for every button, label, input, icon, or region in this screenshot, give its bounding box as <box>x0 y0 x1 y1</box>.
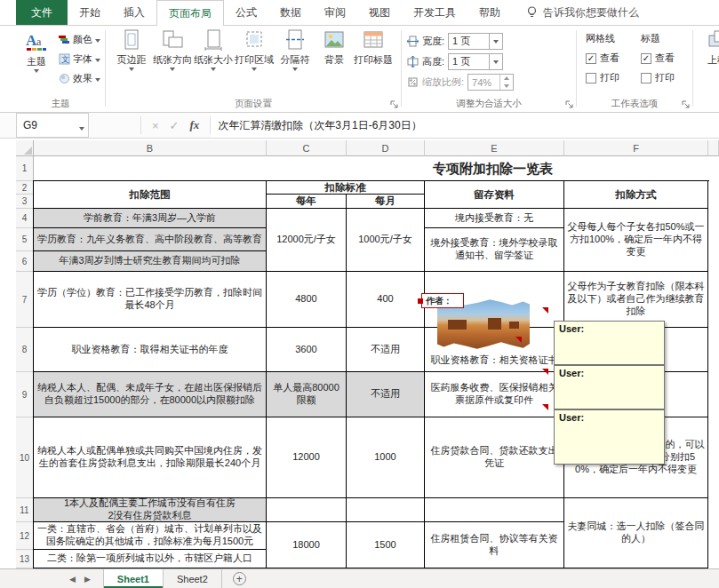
chevron-down-icon[interactable] <box>489 54 502 69</box>
print-titles-button[interactable]: 打印标题 <box>353 28 394 65</box>
cell-b9[interactable]: 纳税人本人、配偶、未成年子女，在超出医保报销后自负额超过15000的部分，在80… <box>34 372 267 417</box>
cell-d11[interactable] <box>347 498 425 522</box>
sheet-tab-sheet2[interactable]: Sheet2 <box>164 569 222 588</box>
next-sheet-icon[interactable]: ▶ <box>84 575 91 584</box>
cell-c10[interactable]: 12000 <box>267 417 347 498</box>
column-header-c[interactable]: C <box>267 140 347 156</box>
cell-per-year-header[interactable]: 每年 <box>267 195 347 209</box>
size-button[interactable]: 纸张大小 <box>193 28 234 71</box>
enter-icon[interactable]: ✓ <box>170 119 180 132</box>
row-header-13[interactable]: 13 <box>16 550 34 568</box>
height-combo[interactable]: 1 页 <box>448 53 503 70</box>
cell-f4-6[interactable]: 父母每人每个子女各扣50%或一方扣100%，确定后一年内不得变更 <box>564 209 708 272</box>
cell-standard-header[interactable]: 扣除标准 <box>267 181 425 195</box>
cell-b10[interactable]: 纳税人本人或配偶单独或共同购买中国境内住房，发生的首套住房贷款利息支出，扣除期限… <box>34 417 267 498</box>
headings-print-checkbox[interactable]: 打印 <box>641 71 675 84</box>
row-header-6[interactable]: 6 <box>16 251 34 272</box>
insert-function-icon[interactable]: fx <box>190 118 200 132</box>
row-header-1[interactable]: 1 <box>16 156 34 181</box>
comment-note-1[interactable]: User: <box>554 321 665 365</box>
cell-e10[interactable]: 住房贷款合同、贷款还款支出凭证 <box>425 417 564 498</box>
row-header-5[interactable]: 5 <box>16 228 34 251</box>
background-button[interactable]: 背景 <box>314 28 355 65</box>
column-header-e[interactable]: E <box>425 140 564 156</box>
tab-formulas[interactable]: 公式 <box>224 0 268 25</box>
comment-note-3[interactable]: User: <box>554 409 665 465</box>
row-header-10[interactable]: 10 <box>16 417 34 498</box>
page-setup-dialog-launcher-icon[interactable] <box>389 99 399 109</box>
comment-note-2[interactable]: User: <box>554 365 665 409</box>
cell-c4-6[interactable]: 12000元/子女 <box>267 209 347 272</box>
tab-review[interactable]: 审阅 <box>313 0 357 25</box>
column-header-b[interactable]: B <box>34 140 267 156</box>
cell-e5-6[interactable]: 境外接受教育：境外学校录取通知书、留学签证 <box>425 228 564 272</box>
headings-view-checkbox[interactable]: ✓ 查看 <box>641 52 675 65</box>
cell-b5[interactable]: 学历教育：九年义务教育、高中阶段教育、高等教育 <box>34 228 267 251</box>
theme-fonts-button[interactable]: 文 字体 <box>59 50 100 68</box>
cell-c9[interactable]: 单人最高80000限额 <box>267 372 347 417</box>
gridlines-view-checkbox[interactable]: ✓ 查看 <box>586 52 619 65</box>
cell-scope-header[interactable]: 扣除范围 <box>34 181 267 209</box>
cell-c12-13[interactable]: 18000 <box>267 522 347 568</box>
add-sheet-button[interactable]: + <box>233 572 246 585</box>
column-header-d[interactable]: D <box>347 140 425 156</box>
cell-per-month-header[interactable]: 每月 <box>347 195 425 209</box>
row-header-8[interactable]: 8 <box>16 328 34 372</box>
cell-f11-13[interactable]: 夫妻同城：选一人扣除（签合同的人） <box>564 498 708 568</box>
cell-title[interactable]: 专项附加扣除一览表 <box>267 156 719 181</box>
margins-button[interactable]: 页边距 <box>111 28 152 71</box>
column-header-partial[interactable] <box>708 140 719 156</box>
name-box[interactable]: G9 <box>16 113 89 138</box>
cell-e4[interactable]: 境内接受教育：无 <box>425 209 564 228</box>
tab-file[interactable]: 文件 <box>16 0 68 25</box>
orientation-button[interactable]: 纸张方向 <box>152 28 193 71</box>
cell-c8[interactable]: 3600 <box>267 328 347 372</box>
cell-d9[interactable]: 不适用 <box>347 372 425 417</box>
cell-b12[interactable]: 一类：直辖市、省会（首府）城市、计划单列市以及国务院确定的其他城市，扣除标准为每… <box>34 522 267 550</box>
row-header-12[interactable]: 12 <box>16 522 34 550</box>
row-header-2[interactable]: 2 <box>16 181 34 195</box>
theme-effects-button[interactable]: 效果 <box>59 69 100 87</box>
gridlines-print-checkbox[interactable]: 打印 <box>586 71 619 84</box>
tab-insert[interactable]: 插入 <box>112 0 156 25</box>
select-all-corner[interactable] <box>16 140 34 156</box>
tab-view[interactable]: 视图 <box>357 0 402 25</box>
cell-e9[interactable]: 医药服务收费、医保报销相关票据原件或复印件 <box>425 372 564 417</box>
cell-e12-13[interactable]: 住房租赁合同、协议等有关资料 <box>425 522 564 568</box>
cell-b7[interactable]: 学历（学位）教育：已工作接受学历教育，扣除时间最长48个月 <box>34 272 267 328</box>
cell-c7[interactable]: 4800 <box>267 272 347 328</box>
tab-developer[interactable]: 开发工具 <box>402 0 467 25</box>
width-combo[interactable]: 1 页 <box>448 33 503 50</box>
row-header-7[interactable]: 7 <box>16 272 34 328</box>
cell-b6[interactable]: 年满3周岁到博士研究生教育期间均可扣除 <box>34 251 267 272</box>
cell-d4-6[interactable]: 1000元/子女 <box>347 209 425 272</box>
sheet-tab-sheet1[interactable]: Sheet1 <box>103 569 164 588</box>
comment-author-tag[interactable]: 作者： <box>421 293 464 308</box>
cell-f7[interactable]: 父母作为子女教育扣除（限本科及以下）或者自己作为继续教育扣除 <box>564 272 708 328</box>
cell-b13[interactable]: 二类：除第一项所列城市以外，市辖区户籍人口 <box>34 550 267 568</box>
bring-forward-button[interactable]: 上移 <box>697 28 719 65</box>
cancel-icon[interactable]: × <box>152 119 159 132</box>
cell-d8[interactable]: 不适用 <box>347 328 425 372</box>
cell-b4[interactable]: 学前教育：年满3周岁—入学前 <box>34 209 267 228</box>
row-header-11[interactable]: 11 <box>16 498 34 522</box>
cell-c11[interactable] <box>267 498 347 522</box>
sheet-options-dialog-launcher-icon[interactable] <box>681 99 691 109</box>
row-header-9[interactable]: 9 <box>16 372 34 417</box>
tab-home[interactable]: 开始 <box>68 0 112 25</box>
cell-d10[interactable]: 1000 <box>347 417 425 498</box>
breaks-button[interactable]: 分隔符 <box>275 28 316 71</box>
tab-help[interactable]: 帮助 <box>467 0 512 25</box>
print-area-button[interactable]: 打印区域 <box>234 28 275 71</box>
cell-docs-header[interactable]: 留存资料 <box>425 181 564 209</box>
tab-data[interactable]: 数据 <box>268 0 313 25</box>
chevron-down-icon[interactable] <box>489 34 502 49</box>
scale-dialog-launcher-icon[interactable] <box>564 99 574 109</box>
cell-d7[interactable]: 400 <box>347 272 425 328</box>
tab-page-layout[interactable]: 页面布局 <box>156 0 224 26</box>
tell-me-box[interactable]: 告诉我你想要做什么 <box>526 0 639 25</box>
row-header-3[interactable]: 3 <box>16 195 34 209</box>
cell-b11[interactable]: 1本人及配偶主要工作城市没有自有住房 2没有住房贷款利息 <box>34 498 267 522</box>
row-header-4[interactable]: 4 <box>16 209 34 228</box>
theme-colors-button[interactable]: 颜色 <box>59 30 100 48</box>
